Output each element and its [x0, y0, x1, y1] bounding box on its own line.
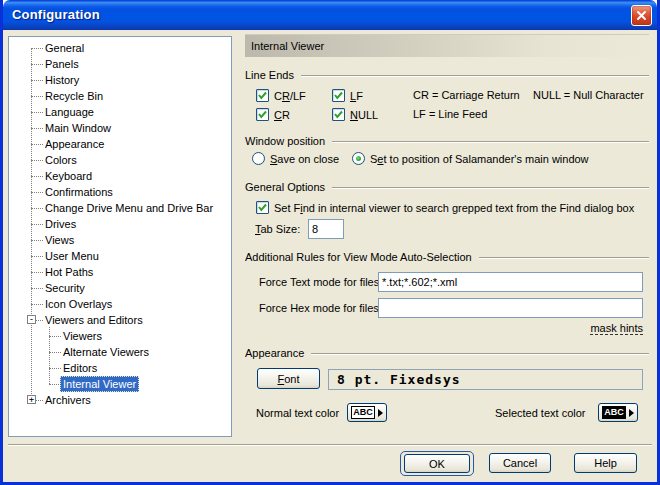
group-window-position: Window position — [245, 135, 649, 148]
tree-item-archivers[interactable]: + Archivers — [9, 392, 231, 408]
tree-item-change-drive-menu-and-drive-bar[interactable]: Change Drive Menu and Drive Bar — [9, 200, 231, 216]
footer-separator — [8, 444, 652, 446]
group-rule — [479, 257, 649, 259]
tree-item-icon-overlays[interactable]: Icon Overlays — [9, 296, 231, 312]
normal-color-swatch: ABC — [351, 406, 375, 419]
radio-dot — [356, 156, 361, 161]
close-icon — [636, 10, 647, 21]
tab-size-input[interactable] — [308, 219, 344, 239]
tree-item-views[interactable]: Views — [9, 232, 231, 248]
checkbox-crlf[interactable]: CR/LF — [256, 89, 306, 102]
selected-text-color-button[interactable]: ABC — [598, 403, 638, 422]
checkmark-icon — [333, 109, 344, 120]
font-sample-preview: 8 pt. Fixedsys — [328, 369, 643, 390]
internal-viewer-panel: Internal Viewer Line Ends CR/LF LF CR = … — [242, 30, 652, 444]
tree-item-editors[interactable]: Editors — [9, 360, 231, 376]
force-hex-label: Force Hex mode for files: — [259, 302, 382, 315]
checkbox-box[interactable] — [332, 108, 345, 121]
legend-null: NULL = Null Character — [533, 89, 644, 102]
mask-hints-link[interactable]: mask hints — [590, 322, 643, 335]
force-text-label: Force Text mode for files: — [259, 276, 382, 289]
checkmark-icon — [257, 109, 268, 120]
normal-text-color-button[interactable]: ABC — [347, 403, 387, 422]
legend-lf: LF = Line Feed — [413, 108, 487, 121]
font-button[interactable]: Font — [257, 368, 320, 389]
force-text-input[interactable] — [378, 272, 643, 292]
radio-set-to-position[interactable]: Set to position of Salamander's main win… — [352, 152, 589, 165]
ok-default-ring: OK — [400, 451, 474, 476]
dropdown-arrow-icon — [378, 409, 383, 417]
group-general-options: General Options — [245, 181, 649, 194]
tree-item-user-menu[interactable]: User Menu — [9, 248, 231, 264]
tree-item-confirmations[interactable]: Confirmations — [9, 184, 231, 200]
tree-item-language[interactable]: Language — [9, 104, 231, 120]
tree-item-internal-viewer[interactable]: Internal Viewer — [9, 376, 231, 392]
expand-icon[interactable]: + — [27, 395, 36, 404]
tree-item-hot-paths[interactable]: Hot Paths — [9, 264, 231, 280]
close-button[interactable] — [631, 5, 652, 26]
normal-text-color-label: Normal text color — [256, 407, 339, 420]
tree-item-appearance[interactable]: Appearance — [9, 136, 231, 152]
tree-item-colors[interactable]: Colors — [9, 152, 231, 168]
tree-item-main-window[interactable]: Main Window — [9, 120, 231, 136]
tree-item-keyboard[interactable]: Keyboard — [9, 168, 231, 184]
tree-item-history[interactable]: History — [9, 72, 231, 88]
group-rule — [332, 141, 649, 143]
tree-item-general[interactable]: General — [9, 40, 231, 56]
help-button[interactable]: Help — [574, 453, 637, 473]
tree-item-panels[interactable]: Panels — [9, 56, 231, 72]
tree-item-viewers-and-editors[interactable]: - Viewers and Editors — [9, 312, 231, 328]
tree-item-recycle-bin[interactable]: Recycle Bin — [9, 88, 231, 104]
selected-text-color-label: Selected text color — [495, 407, 586, 420]
checkmark-icon — [257, 90, 268, 101]
checkbox-box[interactable] — [256, 201, 269, 214]
window-title: Configuration — [12, 0, 100, 29]
tree-item-alternate-viewers[interactable]: Alternate Viewers — [9, 344, 231, 360]
radio-circle[interactable] — [252, 152, 265, 165]
group-rule — [301, 75, 649, 77]
dropdown-arrow-icon — [629, 409, 634, 417]
group-rule — [332, 187, 649, 189]
group-auto-rules: Additional Rules for View Mode Auto-Sele… — [245, 251, 649, 264]
tab-size-label: Tab Size: — [255, 223, 300, 236]
selected-color-swatch: ABC — [602, 406, 626, 419]
tree-item-security[interactable]: Security — [9, 280, 231, 296]
checkbox-set-find[interactable]: Set Find in internal viewer to search gr… — [256, 201, 634, 214]
group-line-ends: Line Ends — [245, 69, 649, 82]
legend-cr: CR = Carriage Return — [413, 89, 520, 102]
checkbox-cr[interactable]: CR — [256, 108, 290, 121]
checkbox-lf[interactable]: LF — [332, 89, 363, 102]
radio-save-on-close[interactable]: Save on close — [252, 152, 339, 165]
dialog-body: General Panels History Recycle Bin Langu… — [3, 30, 657, 482]
panel-header-title: Internal Viewer — [251, 40, 324, 52]
checkmark-icon — [257, 202, 268, 213]
ok-button[interactable]: OK — [404, 454, 470, 473]
panel-header: Internal Viewer — [245, 34, 649, 57]
group-rule — [311, 353, 649, 355]
settings-tree[interactable]: General Panels History Recycle Bin Langu… — [8, 36, 232, 437]
checkmark-icon — [333, 90, 344, 101]
radio-circle[interactable] — [352, 152, 365, 165]
cancel-button[interactable]: Cancel — [489, 453, 551, 473]
tree-item-drives[interactable]: Drives — [9, 216, 231, 232]
force-hex-input[interactable] — [378, 298, 643, 318]
tree-item-viewers[interactable]: Viewers — [9, 328, 231, 344]
checkbox-box[interactable] — [256, 89, 269, 102]
checkbox-null[interactable]: NULL — [332, 108, 378, 121]
titlebar[interactable]: Configuration — [3, 0, 657, 30]
checkbox-box[interactable] — [332, 89, 345, 102]
collapse-icon[interactable]: - — [27, 315, 36, 324]
configuration-dialog: Configuration General Panels History Rec… — [0, 0, 660, 485]
checkbox-box[interactable] — [256, 108, 269, 121]
group-appearance: Appearance — [245, 347, 649, 360]
